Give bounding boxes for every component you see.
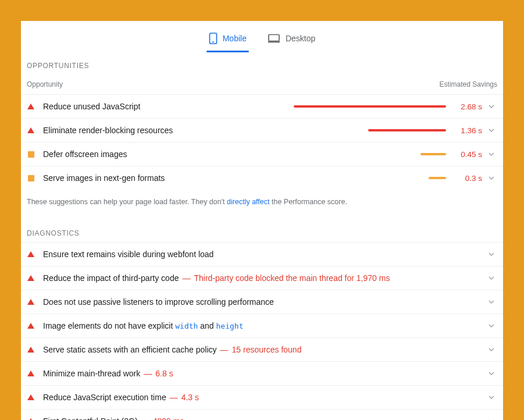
diagnostic-label: Minimize main-thread work [43, 369, 140, 378]
diagnostic-label: Image elements do not have explicit widt… [43, 321, 244, 330]
chevron-down-icon [486, 348, 497, 351]
mobile-icon [209, 33, 218, 44]
desktop-icon [268, 34, 280, 43]
performance-panel: Mobile Desktop OPPORTUNITIES Opportunity… [21, 21, 503, 420]
diagnostic-row[interactable]: Does not use passive listeners to improv… [21, 290, 503, 314]
tab-desktop[interactable]: Desktop [265, 30, 318, 52]
diagnostic-label: Ensure text remains visible during webfo… [43, 250, 213, 259]
triangle-red-icon [27, 104, 35, 109]
savings-value: 0.3 s [451, 174, 482, 183]
savings-value: 1.36 s [451, 126, 482, 135]
tab-mobile[interactable]: Mobile [206, 30, 249, 52]
footnote-text: the Performance score. [269, 198, 347, 206]
opportunity-row[interactable]: Reduce unused JavaScript 2.68 s [21, 94, 503, 118]
triangle-red-icon [27, 127, 35, 133]
svg-rect-2 [269, 35, 279, 41]
diagnostic-sub: 15 resources found [232, 345, 302, 354]
diagnostic-label: Serve static assets with an efficient ca… [43, 345, 217, 354]
chevron-down-icon [486, 152, 497, 156]
code-height: height [216, 322, 244, 330]
chevron-down-icon [486, 252, 497, 256]
svg-rect-3 [268, 41, 280, 42]
diagnostic-row[interactable]: Image elements do not have explicit widt… [21, 314, 503, 337]
device-tabs: Mobile Desktop [21, 21, 503, 52]
chevron-down-icon [486, 105, 497, 108]
square-amber-icon [27, 175, 35, 181]
savings-bar [429, 177, 446, 179]
diagnostic-row[interactable]: Ensure text remains visible during webfo… [21, 242, 503, 266]
dash-separator: — [141, 417, 149, 420]
chevron-down-icon [486, 176, 497, 180]
dash-separator: — [182, 273, 190, 283]
savings-bar-area [165, 177, 451, 179]
diagnostic-row[interactable]: Reduce the impact of third-party code — … [21, 266, 503, 290]
chevron-down-icon [486, 324, 497, 328]
diagnostic-label: Reduce the impact of third-party code [43, 273, 179, 283]
opportunity-row[interactable]: Eliminate render-blocking resources 1.36… [21, 118, 503, 142]
triangle-red-icon [27, 394, 35, 400]
opportunities-table-header: Opportunity Estimated Savings [21, 74, 503, 94]
triangle-red-icon [27, 299, 35, 305]
diagnostic-label-part: Image elements do not have explicit [43, 321, 175, 330]
col-opportunity: Opportunity [27, 80, 63, 88]
dash-separator: — [170, 393, 178, 402]
savings-value: 2.68 s [451, 102, 482, 111]
opportunity-label: Eliminate render-blocking resources [43, 126, 173, 135]
chevron-down-icon [486, 396, 497, 399]
footnote-text: These suggestions can help your page loa… [27, 198, 227, 206]
diagnostic-label: Does not use passive listeners to improv… [43, 297, 274, 307]
triangle-red-icon [27, 275, 35, 281]
savings-bar-area [127, 153, 451, 155]
chevron-down-icon [486, 372, 497, 375]
diagnostic-label: Reduce JavaScript execution time [43, 393, 166, 402]
diagnostic-label: First Contentful Paint (3G) [43, 417, 138, 420]
chevron-down-icon [486, 276, 497, 280]
tab-mobile-label: Mobile [223, 34, 247, 43]
savings-bar-area [173, 129, 451, 131]
savings-bar-area [140, 105, 451, 108]
opportunity-label: Serve images in next-gen formats [43, 173, 165, 183]
opportunities-heading: OPPORTUNITIES [21, 52, 503, 74]
dash-separator: — [220, 345, 229, 354]
savings-bar [368, 129, 446, 131]
chevron-down-icon [486, 129, 497, 132]
diagnostic-sub: 6.8 s [155, 369, 173, 378]
dash-separator: — [144, 369, 152, 378]
tab-desktop-label: Desktop [286, 34, 315, 43]
diagnostic-row[interactable]: Minimize main-thread work — 6.8 s [21, 361, 503, 385]
diagnostic-label-part: and [198, 321, 216, 330]
diagnostic-row[interactable]: Reduce JavaScript execution time — 4.3 s [21, 385, 503, 409]
savings-bar [294, 105, 446, 108]
triangle-red-icon [27, 371, 35, 376]
svg-rect-1 [212, 41, 214, 42]
diagnostic-sub: 4.3 s [181, 393, 199, 402]
triangle-red-icon [27, 323, 35, 329]
chevron-down-icon [486, 300, 497, 304]
triangle-red-icon [27, 347, 35, 353]
opportunity-row[interactable]: Serve images in next-gen formats 0.3 s [21, 166, 503, 190]
square-amber-icon [27, 151, 35, 158]
diagnostic-row[interactable]: First Contentful Paint (3G) — 4890 ms [21, 409, 503, 420]
diagnostic-sub: 4890 ms [153, 417, 184, 420]
col-estimated-savings: Estimated Savings [440, 80, 497, 88]
savings-bar [420, 153, 446, 155]
diagnostics-heading: DIAGNOSTICS [21, 220, 503, 242]
opportunities-footnote: These suggestions can help your page loa… [21, 190, 503, 220]
opportunity-label: Defer offscreen images [43, 150, 127, 159]
triangle-red-icon [27, 251, 35, 257]
opportunity-label: Reduce unused JavaScript [43, 102, 140, 111]
diagnostic-sub: Third-party code blocked the main thread… [194, 273, 390, 283]
savings-value: 0.45 s [451, 150, 482, 159]
code-width: width [175, 322, 198, 330]
opportunity-row[interactable]: Defer offscreen images 0.45 s [21, 142, 503, 166]
footnote-link[interactable]: directly affect [227, 198, 269, 206]
diagnostic-row[interactable]: Serve static assets with an efficient ca… [21, 337, 503, 361]
